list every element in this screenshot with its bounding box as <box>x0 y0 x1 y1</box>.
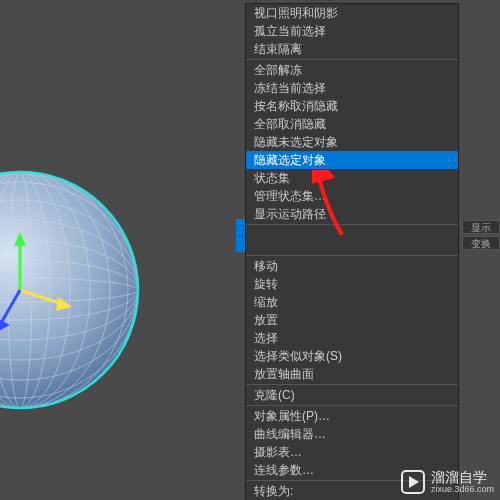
menu-gap <box>246 226 458 254</box>
watermark-url: zixue.3d66.com <box>431 485 494 494</box>
menu-isolate-selection[interactable]: 孤立当前选择 <box>246 22 458 40</box>
menu-separator <box>246 59 458 60</box>
menu-select[interactable]: 选择 <box>246 329 458 347</box>
quad-tab-display[interactable]: 显示 <box>462 220 500 234</box>
menu-object-properties[interactable]: 对象属性(P)… <box>246 407 458 425</box>
menu-hide-selection[interactable]: 隐藏选定对象 <box>246 151 458 169</box>
menu-unhide-by-name[interactable]: 按名称取消隐藏 <box>246 97 458 115</box>
menu-manage-state-sets[interactable]: 管理状态集… <box>246 187 458 205</box>
menu-separator <box>246 255 458 256</box>
menu-unhide-all[interactable]: 全部取消隐藏 <box>246 115 458 133</box>
menu-separator <box>246 384 458 385</box>
watermark-brand: 溜溜自学 <box>431 470 494 485</box>
menu-state-sets[interactable]: 状态集 <box>246 169 458 187</box>
menu-place[interactable]: 放置 <box>246 311 458 329</box>
menu-hide-unselected[interactable]: 隐藏未选定对象 <box>246 133 458 151</box>
menu-select-similar[interactable]: 选择类似对象(S) <box>246 347 458 365</box>
menu-separator <box>246 224 458 225</box>
selected-sphere-object[interactable] <box>0 170 140 410</box>
menu-end-isolate[interactable]: 结束隔离 <box>246 40 458 58</box>
menu-viewport-lighting[interactable]: 视口照明和阴影 <box>246 4 458 22</box>
menu-move[interactable]: 移动 <box>246 257 458 275</box>
watermark: 溜溜自学 zixue.3d66.com <box>401 470 494 494</box>
menu-rotate[interactable]: 旋转 <box>246 275 458 293</box>
menu-freeze-selection[interactable]: 冻结当前选择 <box>246 79 458 97</box>
quad-tab-transform[interactable]: 变换 <box>462 236 500 250</box>
menu-show-motion-paths[interactable]: 显示运动路径 <box>246 205 458 223</box>
menu-curve-editor[interactable]: 曲线编辑器… <box>246 425 458 443</box>
menu-separator <box>246 405 458 406</box>
menu-unfreeze-all[interactable]: 全部解冻 <box>246 61 458 79</box>
play-icon <box>401 470 425 494</box>
menu-place-pivot-surface[interactable]: 放置轴曲面 <box>246 365 458 383</box>
menu-clone[interactable]: 克隆(C) <box>246 386 458 404</box>
menu-dope-sheet[interactable]: 摄影表… <box>246 443 458 461</box>
menu-scale[interactable]: 缩放 <box>246 293 458 311</box>
context-menu: 视口照明和阴影 孤立当前选择 结束隔离 全部解冻 冻结当前选择 按名称取消隐藏 … <box>245 3 459 500</box>
